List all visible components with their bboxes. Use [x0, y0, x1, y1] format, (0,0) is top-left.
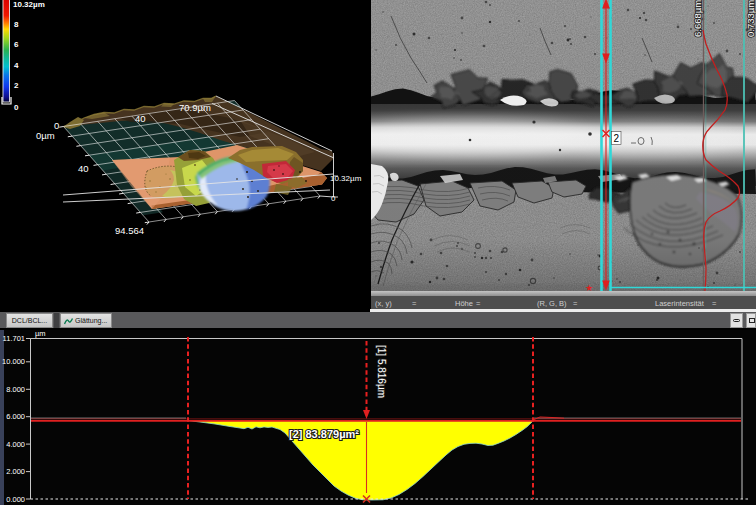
svg-text:2.000: 2.000 [6, 467, 25, 476]
svg-text:0.733µm: 0.733µm [745, 0, 756, 37]
svg-text:µm: µm [35, 329, 46, 338]
svg-text:6: 6 [14, 40, 19, 49]
svg-text:0: 0 [54, 120, 59, 131]
svg-text:★: ★ [585, 283, 593, 291]
svg-text:10.32µm: 10.32µm [330, 174, 362, 183]
svg-text:40: 40 [78, 163, 89, 174]
svg-text:6.000: 6.000 [6, 412, 25, 421]
svg-text:0: 0 [14, 103, 19, 112]
svg-text:6.668µm: 6.668µm [692, 0, 703, 37]
svg-text:8.000: 8.000 [6, 385, 25, 394]
svg-text:70.9µm: 70.9µm [179, 102, 211, 113]
svg-text:0µm: 0µm [36, 130, 55, 141]
svg-text:94.564: 94.564 [115, 225, 144, 236]
svg-text:0: 0 [331, 194, 336, 203]
svg-text:2: 2 [14, 81, 19, 90]
svg-text:10.000: 10.000 [2, 357, 25, 366]
svg-text:2: 2 [614, 133, 620, 144]
svg-text:40: 40 [135, 113, 146, 124]
svg-text:4.000: 4.000 [6, 440, 25, 449]
svg-text:10.32µm: 10.32µm [13, 0, 45, 9]
svg-text:[2] 83.879µm²: [2] 83.879µm² [289, 428, 359, 440]
svg-text:11.701: 11.701 [3, 334, 25, 343]
svg-text:8: 8 [14, 20, 19, 29]
svg-text:[1] 5.816µm: [1] 5.816µm [376, 345, 387, 398]
svg-text:0.000: 0.000 [6, 495, 25, 504]
svg-text:4: 4 [14, 61, 19, 70]
